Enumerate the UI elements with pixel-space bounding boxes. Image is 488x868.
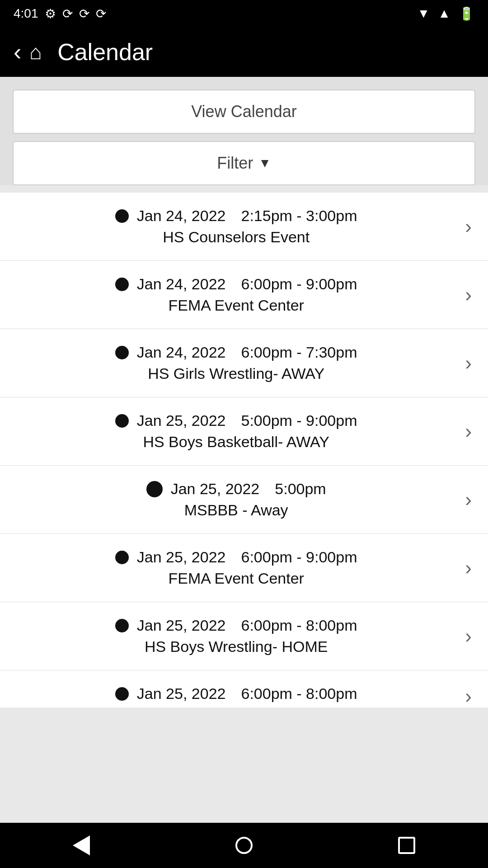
back-nav-icon [73, 835, 90, 855]
event-time: 6:00pm - 7:30pm [241, 344, 357, 361]
battery-icon: 🔋 [459, 6, 474, 21]
music-icon-1: ⟳ [62, 6, 73, 21]
event-chevron-icon: › [465, 420, 472, 443]
event-title: FEMA Event Center [168, 570, 304, 587]
event-main: Jan 25, 2022 6:00pm - 8:00pm [16, 685, 456, 703]
music-icon-3: ⟳ [96, 6, 106, 21]
event-date: Jan 24, 2022 [137, 344, 226, 361]
page-title: Calendar [57, 38, 153, 66]
event-chevron-icon: › [465, 352, 472, 374]
status-time: 4:01 [14, 6, 38, 21]
event-dot-icon [115, 346, 129, 359]
event-date: Jan 24, 2022 [137, 275, 226, 293]
event-list-item[interactable]: Jan 25, 2022 5:00pm MSBBB - Away › [0, 466, 488, 534]
event-dot-icon [115, 619, 129, 632]
event-dot-icon [115, 551, 129, 564]
event-main: Jan 25, 2022 6:00pm - 8:00pm HS Boys Wre… [16, 617, 456, 656]
event-list-item[interactable]: Jan 25, 2022 6:00pm - 9:00pm FEMA Event … [0, 534, 488, 602]
nav-home-button[interactable] [217, 832, 271, 859]
event-title: HS Counselors Event [163, 228, 310, 246]
event-title: HS Girls Wrestling- AWAY [148, 365, 324, 382]
event-title: MSBBB - Away [184, 501, 288, 519]
event-top-row: Jan 25, 2022 6:00pm - 8:00pm [16, 617, 456, 634]
event-title: HS Boys Wrestling- HOME [145, 638, 328, 656]
event-date: Jan 25, 2022 [137, 617, 226, 634]
event-date: Jan 25, 2022 [137, 685, 226, 703]
event-main: Jan 24, 2022 6:00pm - 9:00pm FEMA Event … [16, 275, 456, 314]
event-top-row: Jan 25, 2022 6:00pm - 9:00pm [16, 548, 456, 566]
content-area: View Calendar Filter ▼ [0, 77, 488, 185]
home-button[interactable]: ⌂ [29, 40, 42, 64]
app-bar-nav: ‹ ⌂ [14, 40, 42, 64]
event-list-item[interactable]: Jan 25, 2022 5:00pm - 9:00pm HS Boys Bas… [0, 397, 488, 466]
signal-icon: ▲ [438, 6, 450, 21]
status-bar: 4:01 ⚙ ⟳ ⟳ ⟳ ▼ ▲ 🔋 [0, 0, 488, 27]
event-title: HS Boys Basketball- AWAY [143, 433, 329, 451]
event-top-row: Jan 24, 2022 2:15pm - 3:00pm [16, 207, 456, 225]
event-list-item[interactable]: Jan 24, 2022 6:00pm - 9:00pm FEMA Event … [0, 261, 488, 329]
event-title: FEMA Event Center [168, 297, 304, 314]
event-main: Jan 25, 2022 5:00pm - 9:00pm HS Boys Bas… [16, 412, 456, 451]
recent-nav-icon [398, 837, 415, 854]
event-time: 2:15pm - 3:00pm [241, 207, 357, 225]
app-bar: ‹ ⌂ Calendar [0, 27, 488, 77]
event-top-row: Jan 25, 2022 6:00pm - 8:00pm [16, 685, 456, 703]
event-chevron-icon: › [465, 557, 472, 579]
event-chevron-icon: › [465, 625, 472, 647]
event-top-row: Jan 25, 2022 5:00pm [16, 480, 456, 498]
bottom-nav-bar [0, 823, 488, 868]
view-calendar-button[interactable]: View Calendar [13, 90, 475, 134]
filter-button[interactable]: Filter ▼ [13, 141, 475, 185]
event-dot-icon [115, 209, 129, 223]
home-nav-icon [235, 837, 253, 854]
event-time: 6:00pm - 8:00pm [241, 685, 357, 703]
status-bar-left: 4:01 ⚙ ⟳ ⟳ ⟳ [14, 6, 106, 21]
event-list-item[interactable]: Jan 24, 2022 2:15pm - 3:00pm HS Counselo… [0, 193, 488, 261]
event-dot-icon [115, 414, 129, 428]
event-list-item[interactable]: Jan 25, 2022 6:00pm - 8:00pm HS Boys Wre… [0, 602, 488, 670]
gear-icon: ⚙ [45, 6, 56, 21]
event-time: 6:00pm - 8:00pm [241, 617, 357, 634]
event-dot-icon [115, 278, 129, 291]
event-top-row: Jan 24, 2022 6:00pm - 7:30pm [16, 344, 456, 361]
nav-back-button[interactable] [55, 831, 108, 860]
events-list: Jan 24, 2022 2:15pm - 3:00pm HS Counselo… [0, 193, 488, 708]
event-list-item[interactable]: Jan 25, 2022 6:00pm - 8:00pm › [0, 670, 488, 708]
event-date: Jan 24, 2022 [137, 207, 226, 225]
status-bar-right: ▼ ▲ 🔋 [418, 6, 474, 21]
event-time: 5:00pm - 9:00pm [241, 412, 357, 429]
event-date: Jan 25, 2022 [137, 548, 226, 566]
event-chevron-icon: › [465, 488, 472, 511]
event-top-row: Jan 24, 2022 6:00pm - 9:00pm [16, 275, 456, 293]
filter-label: Filter [217, 154, 253, 173]
event-main: Jan 25, 2022 6:00pm - 9:00pm FEMA Event … [16, 548, 456, 587]
event-dot-icon [146, 481, 163, 497]
event-time: 5:00pm [275, 480, 326, 498]
filter-dropdown-icon: ▼ [258, 156, 271, 170]
event-main: Jan 24, 2022 2:15pm - 3:00pm HS Counselo… [16, 207, 456, 246]
event-date: Jan 25, 2022 [171, 480, 260, 498]
music-icon-2: ⟳ [79, 6, 89, 21]
event-main: Jan 25, 2022 5:00pm MSBBB - Away [16, 480, 456, 519]
event-main: Jan 24, 2022 6:00pm - 7:30pm HS Girls Wr… [16, 344, 456, 382]
back-button[interactable]: ‹ [14, 40, 21, 64]
event-dot-icon [115, 687, 129, 701]
event-chevron-icon: › [465, 215, 472, 238]
event-chevron-icon: › [465, 685, 472, 708]
event-top-row: Jan 25, 2022 5:00pm - 9:00pm [16, 412, 456, 429]
event-list-item[interactable]: Jan 24, 2022 6:00pm - 7:30pm HS Girls Wr… [0, 329, 488, 397]
event-time: 6:00pm - 9:00pm [241, 548, 357, 566]
wifi-icon: ▼ [418, 6, 430, 21]
event-time: 6:00pm - 9:00pm [241, 275, 357, 293]
event-chevron-icon: › [465, 283, 472, 306]
nav-recent-button[interactable] [380, 832, 433, 859]
event-date: Jan 25, 2022 [137, 412, 226, 429]
